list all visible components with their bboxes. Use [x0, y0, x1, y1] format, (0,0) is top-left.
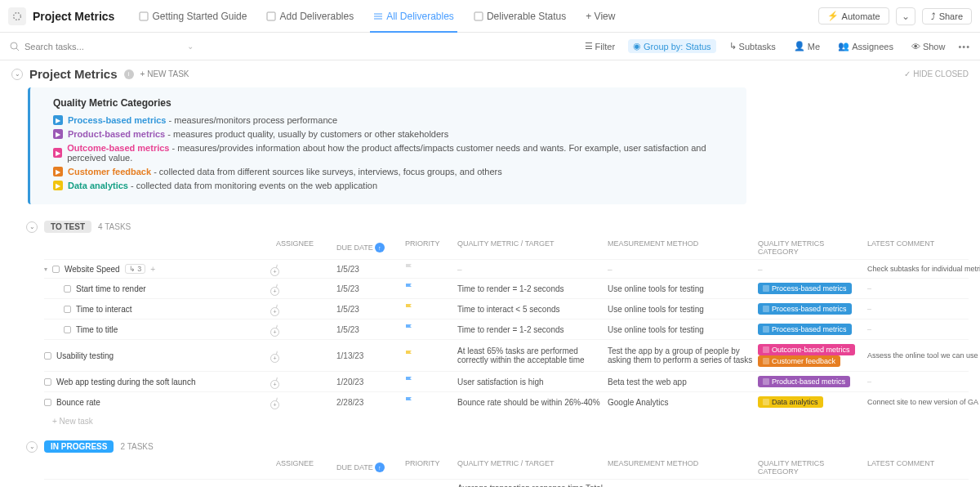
task-row[interactable]: Web app testing during the soft launch 1… — [44, 371, 969, 391]
assignee-placeholder-icon[interactable] — [276, 304, 278, 315]
comment-cell[interactable]: Check subtasks for individual metrics — [867, 265, 980, 273]
metric-cell[interactable]: Time to interact < 5 seconds — [457, 305, 604, 314]
col-category[interactable]: QUALITY METRICS CATEGORY — [758, 459, 864, 476]
task-row[interactable]: Web stress testing Dec 30 Average transa… — [44, 479, 969, 487]
category-cell[interactable]: Outcome-based metrics Customer feedback — [758, 344, 864, 367]
priority-cell[interactable] — [405, 284, 454, 293]
filter-button[interactable]: ☰Filter — [580, 39, 620, 53]
new-task-row[interactable]: + New task — [11, 412, 969, 426]
metric-link[interactable]: Customer feedback — [68, 167, 151, 176]
assignee-cell[interactable] — [276, 398, 333, 407]
due-date-cell[interactable]: 1/5/23 — [336, 284, 402, 293]
task-name-cell[interactable]: Usability testing — [44, 351, 273, 360]
tab-add-deliverables[interactable]: Add Deliverables — [256, 0, 363, 32]
tab-deliverable-status[interactable]: Deliverable Status — [464, 0, 576, 32]
comment-cell[interactable]: – — [867, 284, 980, 293]
measurement-cell[interactable]: Use online tools for testing — [608, 325, 755, 334]
search-input[interactable]: Search tasks... ⌄ — [10, 42, 194, 51]
group-status-pill[interactable]: TO TEST — [44, 221, 91, 233]
metric-cell[interactable]: Time to render = 1-2 seconds — [457, 284, 604, 293]
measurement-cell[interactable]: Google Analytics — [608, 398, 755, 407]
measurement-cell[interactable]: Use online tools for testing — [608, 305, 755, 314]
due-date-cell[interactable]: 1/5/23 — [336, 305, 402, 314]
priority-flag-icon[interactable] — [405, 377, 413, 385]
due-date-cell[interactable]: 1/20/23 — [336, 378, 402, 386]
category-cell[interactable]: Data analytics — [758, 396, 864, 408]
assignee-cell[interactable] — [276, 265, 333, 274]
col-assignee[interactable]: ASSIGNEE — [276, 459, 333, 476]
measurement-cell[interactable]: – — [608, 265, 755, 274]
task-name-cell[interactable]: Web app testing during the soft launch — [44, 378, 273, 386]
assignee-placeholder-icon[interactable] — [276, 264, 278, 275]
priority-flag-icon[interactable] — [405, 264, 413, 272]
metric-cell[interactable]: – — [457, 265, 604, 274]
col-priority[interactable]: PRIORITY — [405, 239, 454, 256]
group-by-button[interactable]: ◉Group by: Status — [628, 39, 716, 53]
task-name-cell[interactable]: Time to interact — [44, 305, 273, 314]
metric-link[interactable]: Product-based metrics — [68, 129, 165, 139]
status-checkbox[interactable] — [52, 266, 60, 273]
group-collapse-icon[interactable]: ⌄ — [26, 221, 38, 233]
assignee-cell[interactable] — [276, 351, 333, 360]
task-name-cell[interactable]: Time to title — [44, 325, 273, 334]
assignee-cell[interactable] — [276, 378, 333, 386]
task-row[interactable]: Start time to render 1/5/23 Time to rend… — [44, 278, 969, 298]
task-row[interactable]: Bounce rate 2/28/23 Bounce rate should b… — [44, 391, 969, 412]
priority-cell[interactable] — [405, 264, 454, 274]
category-cell[interactable]: – — [758, 265, 864, 274]
metric-cell[interactable]: Time to render = 1-2 seconds — [457, 325, 604, 334]
due-date-cell[interactable]: 1/5/23 — [336, 265, 402, 274]
task-name-cell[interactable]: ▾ Website Speed ↳ 3+ — [44, 264, 273, 274]
col-metric[interactable]: QUALITY METRIC / TARGET — [457, 459, 604, 476]
status-checkbox[interactable] — [64, 285, 71, 293]
hamburger-icon[interactable] — [8, 7, 26, 25]
priority-flag-icon[interactable] — [405, 351, 413, 359]
measurement-cell[interactable]: Test the app by a group of people by ask… — [608, 346, 755, 364]
me-button[interactable]: 👤Me — [789, 39, 825, 53]
priority-flag-icon[interactable] — [405, 284, 413, 292]
category-cell[interactable]: Process-based metrics — [758, 324, 864, 335]
metric-link[interactable]: Process-based metrics — [68, 115, 166, 125]
metric-cell[interactable]: At least 65% tasks are performed correct… — [457, 346, 604, 364]
assignee-placeholder-icon[interactable] — [276, 377, 278, 387]
category-badge[interactable]: Data analytics — [758, 396, 823, 408]
new-task-button[interactable]: + NEW TASK — [140, 69, 189, 78]
priority-flag-icon[interactable] — [405, 397, 413, 405]
due-date-cell[interactable]: 1/13/23 — [336, 351, 402, 360]
category-cell[interactable]: Product-based metrics — [758, 376, 864, 387]
task-row[interactable]: Time to interact 1/5/23 Time to interact… — [44, 298, 969, 319]
metric-link[interactable]: Data analytics — [68, 181, 128, 190]
category-badge[interactable]: Product-based metrics — [758, 376, 850, 387]
due-date-cell[interactable]: 2/28/23 — [336, 398, 402, 407]
group-collapse-icon[interactable]: ⌄ — [26, 441, 38, 453]
metric-cell[interactable]: Bounce rate should be within 26%-40% — [457, 398, 604, 407]
priority-flag-icon[interactable] — [405, 324, 413, 333]
tab-add-view[interactable]: + View — [576, 0, 625, 32]
metric-link[interactable]: Outcome-based metrics — [67, 143, 169, 153]
status-checkbox[interactable] — [64, 306, 71, 313]
comment-cell[interactable]: – — [867, 305, 980, 313]
task-row[interactable]: Usability testing 1/13/23 At least 65% t… — [44, 339, 969, 371]
due-date-cell[interactable]: 1/5/23 — [336, 325, 402, 334]
status-checkbox[interactable] — [44, 352, 51, 360]
measurement-cell[interactable]: Beta test the web app — [608, 378, 755, 386]
assignee-cell[interactable] — [276, 284, 333, 293]
category-badge[interactable]: Process-based metrics — [758, 303, 852, 315]
task-row[interactable]: Time to title 1/5/23 Time to render = 1-… — [44, 319, 969, 339]
col-metric[interactable]: QUALITY METRIC / TARGET — [457, 239, 604, 256]
col-category[interactable]: QUALITY METRICS CATEGORY — [758, 239, 864, 256]
tab-all-deliverables[interactable]: All Deliverables — [363, 0, 464, 32]
assignee-placeholder-icon[interactable] — [276, 284, 278, 294]
priority-cell[interactable] — [405, 351, 454, 360]
hide-closed-button[interactable]: ✓HIDE CLOSED — [904, 69, 969, 78]
col-comment[interactable]: LATEST COMMENT — [867, 459, 980, 476]
category-badge[interactable]: Customer feedback — [758, 355, 840, 367]
col-measurement[interactable]: MEASUREMENT METHOD — [608, 239, 755, 256]
subtasks-button[interactable]: ↳Subtasks — [724, 39, 781, 53]
status-checkbox[interactable] — [64, 326, 71, 333]
priority-cell[interactable] — [405, 377, 454, 386]
expand-caret-icon[interactable]: ▾ — [44, 266, 47, 273]
col-due-date[interactable]: DUE DATE↑ — [336, 459, 402, 476]
assignee-placeholder-icon[interactable] — [276, 397, 278, 408]
metric-cell[interactable]: User satisfaction is high — [457, 378, 604, 386]
